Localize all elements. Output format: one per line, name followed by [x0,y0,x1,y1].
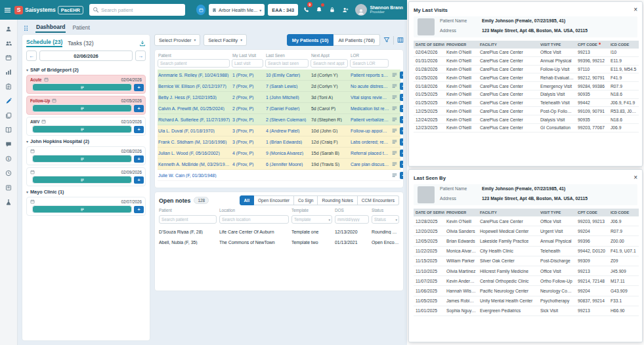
filter-next-appt-input[interactable] [311,59,348,68]
grid-dots-icon[interactable] [23,25,30,31]
phone-button[interactable]: 9 [301,5,311,15]
my-last-visit-link[interactable]: 2 (Prov, P) [232,95,264,100]
sidebar-calendar-button[interactable] [3,53,14,62]
notes-tab-all[interactable]: All [240,195,254,205]
sidebar-billing-button[interactable]: $ [3,154,14,163]
patient-link[interactable]: Ula L. Duval (F, 01/18/1970) [158,129,230,133]
last-seen-link[interactable]: 7 (Sarah Lewis) [266,84,309,89]
lor-link[interactable]: Referral placed to Car... [351,151,389,155]
last-seen-link[interactable]: 6 (Jennifer Moore) [266,162,309,167]
patient-link[interactable]: Bernice W. Ellison (F, 02/12/1977) [158,84,230,89]
all-patients-toggle[interactable]: All Patients (768) [333,34,380,46]
schedule-tab[interactable]: Schedule (23) [26,39,62,47]
flowsheet-button[interactable] [391,94,398,100]
sidebar-note-button[interactable] [3,183,14,192]
my-last-visit-link[interactable]: 7 (Prov, P) [232,84,264,89]
add-encounter-button[interactable]: + [400,172,404,179]
sidebar-chat-button[interactable] [3,140,14,149]
lor-link[interactable]: No acute distress not... [351,84,389,89]
sidebar-chart-button[interactable] [3,68,14,77]
sidebar-users-button[interactable] [3,39,14,48]
flowsheet-button[interactable] [391,105,398,112]
add-appointment-button[interactable]: + [134,84,144,91]
patient-row[interactable]: Annmarie S. Reiley (F, 10/24/1988)1 (Pro… [158,70,400,81]
export-schedule-icon[interactable] [139,40,146,47]
table-view-icon[interactable] [397,37,404,43]
schedule-card[interactable]: AWV02/10/2026Amanda Ricbc (F, 30)+ [26,117,146,136]
patient-row[interactable]: Calvin A. Prewitt (M, 01/25/2024)2 (Prov… [158,103,400,114]
add-appointment-button[interactable]: + [134,176,144,184]
patient-row[interactable]: Julie W. Cain (F, 01/30/1948)+… [158,170,400,181]
open-note-button[interactable] [32,125,132,133]
add-appointment-button[interactable]: + [134,105,144,112]
next-day-button[interactable]: → [135,51,146,61]
flowsheet-button[interactable] [391,172,398,178]
add-appointment-button[interactable]: + [134,206,144,213]
patient-link[interactable]: Julie W. Cain (F, 01/30/1948) [158,173,230,178]
schedule-card[interactable]: 02/08/2026Jorge Barker (M, 29)+ [26,146,146,165]
add-encounter-button[interactable]: + [400,161,404,168]
my-last-visit-link[interactable]: 3 (Prov, P) [232,129,264,133]
filter-patient-input[interactable] [158,59,230,68]
patient-link[interactable]: Frank C. Stidham (M, 12/16/1996) [158,140,230,144]
flowsheet-button[interactable] [391,150,398,156]
patient-link[interactable]: Richard A. Sutterlee (F, 11/27/1997) [158,117,230,122]
last-seen-link[interactable]: 10 (Emily Carter) [266,73,309,77]
filter-last-seen-input[interactable] [265,59,309,68]
menu-icon[interactable] [4,7,11,14]
sidebar-book-button[interactable] [3,125,14,134]
schedule-card[interactable]: 02/09/2026Verna Carter (F, 26)+ [26,167,146,186]
facility-group-header[interactable]: ▾Mayo Clinic (1) [26,189,146,195]
patient-row[interactable]: Richard A. Sutterlee (F, 11/27/1997)3 (P… [158,114,400,125]
patient-row[interactable]: Julian L. Wood (F, 05/16/2002)4 (Prov, P… [158,148,400,159]
my-last-visit-link[interactable]: 3 (Prov, P) [232,117,264,122]
lor-link[interactable]: Vital signs reviewed... [351,95,389,100]
flowsheet-button[interactable] [391,83,398,89]
open-note-button[interactable] [32,155,132,163]
add-encounter-button[interactable]: + [400,83,404,90]
patient-row[interactable]: Bernice W. Ellison (F, 02/12/1977)7 (Pro… [158,81,400,92]
lor-link[interactable]: Patient reports symp... [351,73,389,77]
my-last-visit-link[interactable]: 2 (Prov, P) [232,106,264,111]
search-input[interactable] [101,7,182,13]
schedule-card[interactable]: Acute02/04/2026Anaya Joel (F, 76)+ [26,75,146,94]
lor-link[interactable]: Medication list revi... [351,106,389,111]
last-seen-link[interactable]: 4 (Andrew Patel) [266,129,309,133]
add-encounter-button[interactable]: + [400,127,404,134]
last-seen-link[interactable]: 1 (Brian Edwards) [266,140,309,144]
last-seen-link[interactable]: 1 (John Mitchell) [266,95,309,100]
flowsheet-button[interactable] [391,138,398,145]
patient-row[interactable]: Ula L. Duval (F, 01/18/1970)3 (Prov, P)4… [158,125,400,136]
patient-row[interactable]: Betty J. Hess (F, 12/02/1953)2 (Prov, P)… [158,92,400,103]
patient-link[interactable]: Calvin A. Prewitt (M, 01/25/2024) [158,106,230,111]
tab-dashboard[interactable]: Dashboard [35,23,66,33]
filter-lor-input[interactable] [350,59,389,68]
calendar-button[interactable] [196,5,205,15]
add-encounter-button[interactable]: + [400,71,404,79]
tab-patient[interactable]: Patient [72,24,90,32]
my-last-visit-link[interactable]: 1 (Prov, P) [232,73,264,77]
flowsheet-button[interactable] [391,161,398,167]
patient-row[interactable]: Kenneth A. McBride (M, 03/29/1960)4 (Pro… [158,159,400,170]
patient-link[interactable]: Betty J. Hess (F, 12/02/1953) [158,95,230,100]
org-selector[interactable]: Arbor Health Me... ▾ [209,4,265,16]
sidebar-lab-button[interactable] [3,197,14,207]
sidebar-clock-button[interactable] [3,169,14,178]
sidebar-user-button[interactable] [3,24,14,33]
filter-icon[interactable] [383,37,390,43]
select-facility-dropdown[interactable]: Select Facility▾ [204,34,247,46]
patient-link[interactable]: Annmarie S. Reiley (F, 10/24/1988) [158,73,230,77]
close-icon[interactable]: × [633,7,637,13]
select-provider-dropdown[interactable]: Select Provider▾ [154,34,200,46]
add-user-button[interactable] [341,5,351,15]
add-appointment-button[interactable]: + [134,126,144,133]
filter-my-last-visit-input[interactable] [232,59,263,68]
notes-filter-location-input[interactable] [219,215,289,224]
add-encounter-button[interactable]: + [400,105,404,112]
add-encounter-button[interactable]: + [400,94,404,101]
user-menu[interactable]: Shannon Brann Provider [355,4,403,16]
my-patients-toggle[interactable]: My Patients (10) [287,34,334,46]
schedule-card[interactable]: Follow-Up02/05/2026Kathryne Slater (F, 4… [26,96,146,115]
last-seen-link[interactable]: 7 (Daniel Foster) [266,106,309,111]
prev-day-button[interactable]: ← [26,51,37,61]
